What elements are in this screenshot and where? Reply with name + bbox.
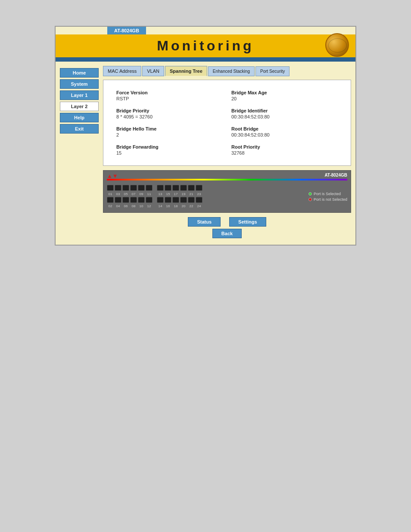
bridge-max-age-cell: Bridge Max Age 20 [227,87,342,105]
rainbow-bar [107,179,347,180]
top-ports-row [107,185,202,191]
status-button[interactable]: Status [188,217,221,227]
port-17[interactable] [172,185,179,191]
action-btn-row: Status Settings [103,217,351,227]
bridge-identifier-label: Bridge Identifier [231,108,338,113]
port-15[interactable] [165,185,171,191]
info-grid: Force Version RSTP Bridge Max Age 20 Bri… [112,87,342,159]
device-diagram: ▲▼ AT-8024GB [103,170,351,213]
sidebar-item-home[interactable]: Home [60,68,99,78]
sidebar-item-help[interactable]: Help [60,113,99,122]
tab-mac-address[interactable]: MAC Address [103,66,141,76]
globe-area [325,33,351,59]
bridge-max-age-value: 20 [231,96,338,101]
port-13[interactable] [157,185,164,191]
sidebar: Home System Layer 1 Layer 2 Help Exit [60,66,99,240]
tab-spanning-tree[interactable]: Spanning Tree [165,66,207,76]
port-11[interactable] [146,185,153,191]
back-btn-row: Back [103,229,351,238]
port-07[interactable] [130,185,137,191]
port-20[interactable] [180,197,187,203]
port-22[interactable] [188,197,195,203]
content-panel: Force Version RSTP Bridge Max Age 20 Bri… [103,80,351,166]
root-priority-value: 32768 [231,150,338,156]
legend-selected: Port is Selected [308,192,347,196]
port-02[interactable] [107,197,114,203]
force-version-label: Force Version [116,90,223,95]
tab-enhanced-stacking[interactable]: Enhanced Stacking [208,66,255,76]
port-18[interactable] [172,197,179,203]
bottom-ports-row [107,197,202,203]
port-04[interactable] [115,197,121,203]
header: AT-8024GB Monitoring [56,27,355,62]
bridge-identifier-value: 00:30:84:52:03:80 [231,114,338,119]
sidebar-item-layer1[interactable]: Layer 1 [60,90,99,100]
bridge-max-age-label: Bridge Max Age [231,90,338,95]
port-06[interactable] [122,197,129,203]
bridge-hello-time-value: 2 [116,132,223,137]
root-priority-label: Root Priority [231,144,338,149]
globe-icon [325,33,349,57]
port-group-left: 01 03 05 07 09 11 13 15 17 19 21 [107,185,202,208]
bridge-forwarding-label: Bridge Forwarding [116,144,223,149]
root-bridge-value: 00:30:84:52:03:80 [231,132,338,137]
bridge-hello-time-label: Bridge Hello Time [116,126,223,131]
bridge-priority-label: Bridge Priority [116,108,223,113]
port-14[interactable] [157,197,164,203]
tab-vlan[interactable]: VLAN [142,66,164,76]
port-03[interactable] [115,185,121,191]
legend-selected-label: Port is Selected [314,192,341,196]
port-08[interactable] [130,197,137,203]
root-bridge-label: Root Bridge [231,126,338,131]
blue-divider [56,57,355,62]
bridge-hello-time-cell: Bridge Hello Time 2 [112,123,227,141]
tab-port-security[interactable]: Port Security [255,66,290,76]
bridge-forwarding-value: 15 [116,150,223,156]
legend-selected-dot [308,192,312,196]
sidebar-item-system[interactable]: System [60,79,99,89]
root-bridge-cell: Root Bridge 00:30:84:52:03:80 [227,123,342,141]
port-05[interactable] [122,185,129,191]
legend-not-selected: Port is not Selected [308,197,347,202]
page-title: Monitoring [56,38,355,54]
device-name-label: AT-8024GB [324,173,347,177]
port-23[interactable] [196,185,202,191]
top-port-labels: 01 03 05 07 09 11 13 15 17 19 21 [107,192,202,196]
bridge-priority-cell: Bridge Priority 8 * 4095 = 32760 [112,105,227,123]
brand-logo: ▲▼ [107,173,118,179]
settings-button[interactable]: Settings [229,217,266,227]
port-21[interactable] [188,185,195,191]
main-content: MAC Address VLAN Spanning Tree Enhanced … [103,66,351,240]
sidebar-item-exit[interactable]: Exit [60,124,99,134]
port-09[interactable] [138,185,145,191]
bridge-priority-value: 8 * 4095 = 32760 [116,114,223,119]
port-24[interactable] [196,197,202,203]
force-version-cell: Force Version RSTP [112,87,227,105]
main-layout: Home System Layer 1 Layer 2 Help Exit MA… [56,62,355,245]
port-01[interactable] [107,185,114,191]
bottom-port-labels: 02 04 06 08 10 12 14 16 18 20 22 [107,204,202,208]
legend-not-selected-label: Port is not Selected [314,197,347,202]
root-priority-cell: Root Priority 32768 [227,141,342,159]
ports-area: 01 03 05 07 09 11 13 15 17 19 21 [107,183,347,210]
title-bar: Monitoring [56,34,355,57]
legend-not-selected-dot [308,198,312,201]
force-version-value: RSTP [116,96,223,101]
legend-area: Port is Selected Port is not Selected [308,192,347,202]
port-12[interactable] [146,197,153,203]
port-10[interactable] [138,197,145,203]
outer-frame: AT-8024GB Monitoring Home System Layer 1… [55,26,356,246]
tab-bar: MAC Address VLAN Spanning Tree Enhanced … [103,66,351,76]
bridge-identifier-cell: Bridge Identifier 00:30:84:52:03:80 [227,105,342,123]
port-19[interactable] [180,185,187,191]
bridge-forwarding-cell: Bridge Forwarding 15 [112,141,227,159]
back-button[interactable]: Back [212,229,242,238]
port-16[interactable] [165,197,171,203]
device-tab: AT-8024GB [107,27,146,34]
sidebar-item-layer2[interactable]: Layer 2 [60,102,99,111]
